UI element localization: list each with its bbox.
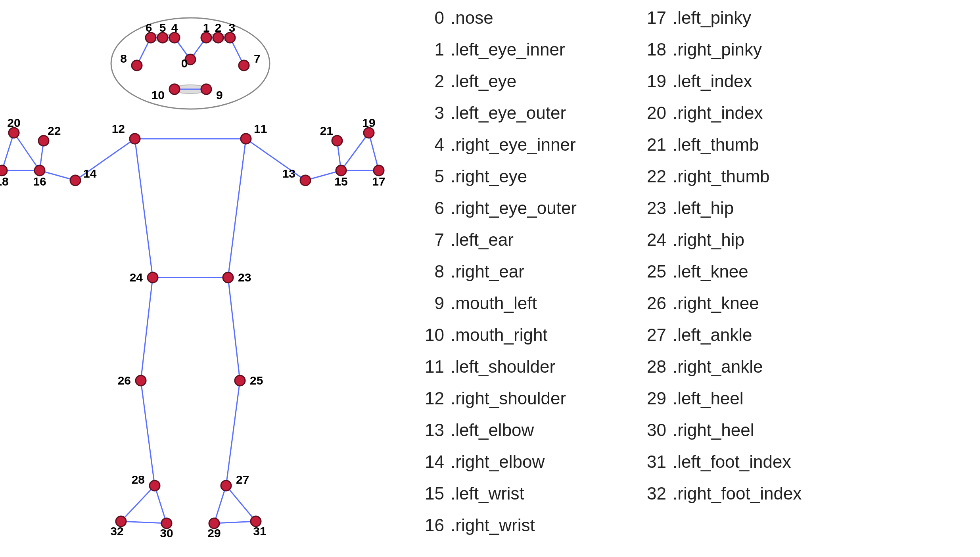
legend-row-17: 17. left_pinky	[635, 8, 802, 28]
landmark-label-30: 30	[160, 526, 173, 540]
legend-name: mouth_left	[455, 293, 537, 313]
landmark-label-18: 18	[0, 175, 9, 188]
legend-num: 15	[412, 484, 444, 503]
legend-row-28: 28. right_ankle	[635, 357, 802, 377]
landmark-23	[223, 272, 233, 283]
legend-row-22: 22. right_thumb	[635, 167, 802, 186]
landmark-label-28: 28	[132, 473, 145, 486]
pose-edge	[228, 278, 240, 381]
legend-row-26: 26. right_knee	[635, 293, 802, 313]
legend-row-10: 10. mouth_right	[412, 325, 635, 345]
legend-name: right_eye	[455, 167, 527, 186]
pose-edge	[121, 521, 167, 523]
landmark-label-13: 13	[282, 167, 295, 180]
legend-num: 13	[412, 420, 444, 440]
legend-row-1: 1. left_eye_inner	[412, 40, 635, 59]
landmark-12	[130, 134, 140, 144]
landmark-8	[132, 60, 142, 71]
legend-name: left_pinky	[677, 8, 751, 28]
legend-name: left_ankle	[677, 325, 752, 345]
landmark-26	[136, 375, 146, 386]
landmark-label-24: 24	[130, 271, 143, 284]
landmark-13	[300, 175, 311, 186]
landmark-label-16: 16	[33, 175, 46, 188]
legend-num: 29	[635, 389, 666, 408]
landmark-18	[0, 165, 7, 176]
landmark-label-27: 27	[236, 473, 249, 486]
landmark-label-23: 23	[238, 271, 251, 284]
landmark-label-11: 11	[254, 122, 267, 135]
legend-num: 10	[412, 325, 444, 345]
landmark-7	[239, 60, 249, 71]
landmark-label-10: 10	[152, 88, 165, 101]
landmark-label-7: 7	[254, 52, 261, 65]
legend-name: right_wrist	[455, 515, 535, 535]
legend-name: right_elbow	[455, 452, 545, 472]
pose-diagram: 0123456789101112131415161718192021222324…	[0, 0, 397, 557]
landmark-11	[241, 134, 251, 144]
legend-row-11: 11. left_shoulder	[412, 357, 635, 377]
landmark-24	[148, 272, 158, 283]
legend-num: 11	[412, 357, 444, 377]
legend-num: 3	[412, 103, 444, 123]
legend-num: 2	[412, 71, 444, 91]
landmark-label-26: 26	[118, 374, 131, 387]
legend-row-2: 2. left_eye	[412, 71, 635, 91]
legend-num: 30	[635, 420, 666, 440]
legend-name: nose	[455, 8, 493, 28]
legend-num: 9	[412, 293, 444, 313]
legend-name: right_heel	[677, 420, 754, 440]
landmark-label-3: 3	[229, 21, 236, 34]
landmark-15	[336, 165, 346, 176]
landmark-label-29: 29	[207, 526, 221, 540]
landmark-label-14: 14	[83, 167, 97, 180]
landmark-label-20: 20	[7, 116, 20, 129]
legend-row-13: 13. left_elbow	[412, 420, 635, 440]
legend-num: 7	[412, 230, 444, 250]
landmark-label-15: 15	[334, 175, 347, 188]
legend-name: right_hip	[677, 230, 744, 250]
pose-edge	[2, 133, 14, 170]
landmark-14	[70, 175, 81, 186]
legend-name: mouth_right	[455, 325, 547, 345]
pose-edge	[228, 139, 246, 278]
legend-name: left_elbow	[455, 420, 534, 440]
legend-num: 28	[635, 357, 666, 377]
legend-row-5: 5. right_eye	[412, 167, 635, 186]
legend-num: 23	[635, 198, 666, 218]
pose-edge	[226, 486, 256, 521]
legend-num: 20	[635, 103, 666, 123]
legend-num: 12	[412, 389, 444, 408]
legend-row-6: 6. right_eye_outer	[412, 198, 635, 218]
legend-row-30: 30. right_heel	[635, 420, 802, 440]
legend-num: 17	[635, 8, 666, 28]
landmark-label-17: 17	[372, 175, 385, 188]
legend-num: 14	[412, 452, 444, 472]
landmark-21	[332, 136, 342, 146]
legend-num: 26	[635, 293, 666, 313]
legend-name: right_foot_index	[677, 484, 802, 503]
legend-num: 22	[635, 167, 666, 186]
pose-edge	[214, 486, 226, 523]
legend-row-12: 12. right_shoulder	[412, 389, 635, 408]
legend-name: right_thumb	[677, 167, 769, 186]
landmark-label-32: 32	[110, 524, 123, 538]
landmark-label-31: 31	[253, 524, 266, 538]
legend-num: 4	[412, 135, 444, 155]
legend-name: right_ear	[455, 262, 524, 281]
legend-name: right_shoulder	[455, 389, 566, 408]
landmark-label-1: 1	[203, 21, 210, 34]
pose-edge	[141, 278, 153, 381]
legend-num: 5	[412, 167, 444, 186]
legend-num: 19	[635, 71, 666, 91]
legend-name: left_index	[677, 71, 752, 91]
legend-row-15: 15. left_wrist	[412, 484, 635, 503]
legend-num: 31	[635, 452, 666, 472]
landmark-label-12: 12	[112, 122, 125, 135]
legend-name: left_shoulder	[455, 357, 555, 377]
landmark-10	[169, 84, 180, 94]
landmark-label-0: 0	[181, 57, 188, 70]
legend-row-19: 19. left_index	[635, 71, 802, 91]
landmark-label-22: 22	[48, 124, 61, 137]
legend-num: 27	[635, 325, 666, 345]
